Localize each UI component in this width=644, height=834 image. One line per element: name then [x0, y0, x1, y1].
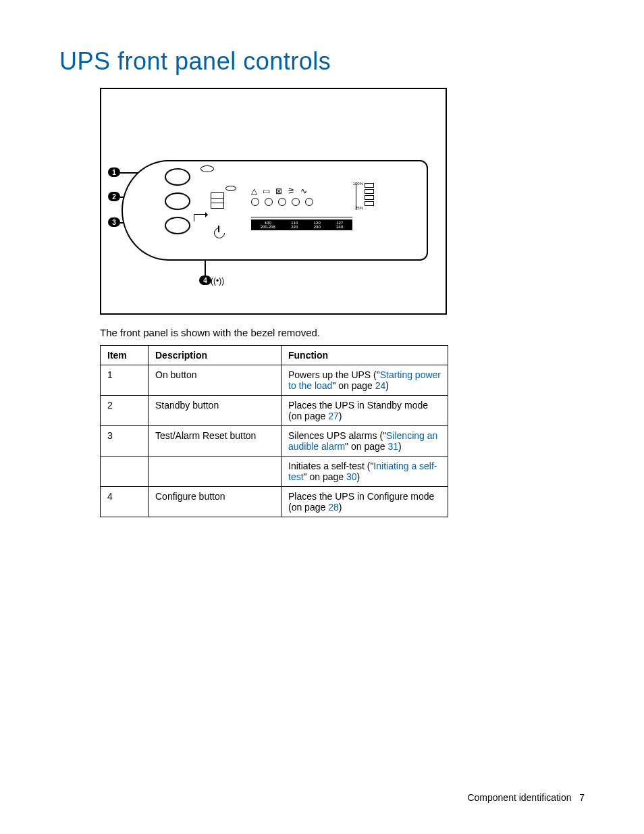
controls-table: Item Description Function 1 On button Po…: [100, 345, 448, 517]
table-row: 1 On button Powers up the UPS ("Starting…: [101, 365, 448, 396]
arrow-icon: [194, 214, 207, 221]
alarm-icon: ((•)): [211, 276, 224, 286]
link-page-30[interactable]: 30: [346, 471, 357, 482]
overload-icon: ⚞: [288, 187, 295, 195]
table-row: 4 Configure button Places the UPS in Con…: [101, 487, 448, 517]
th-description: Description: [149, 346, 281, 365]
cell-item: 1: [101, 365, 149, 396]
battery-icon: ▭: [263, 187, 270, 195]
cell-item: 2: [101, 396, 149, 426]
cell-description: Test/Alarm Reset button: [149, 426, 281, 457]
power-icon: [212, 226, 225, 238]
cell-description: [149, 457, 281, 487]
test-button-icon: ((•)): [165, 217, 190, 234]
status-led-icon: [292, 198, 300, 206]
link-page-28[interactable]: 28: [328, 502, 339, 513]
figure-caption: The front panel is shown with the bezel …: [100, 327, 585, 338]
callout-1-badge: 1: [108, 167, 120, 177]
led2-icon: [225, 186, 236, 191]
sine-icon: ∿: [300, 187, 307, 195]
callout-2-badge: 2: [108, 192, 120, 201]
status-led-icon: [305, 198, 313, 206]
cell-description: On button: [149, 365, 281, 396]
cell-function: Powers up the UPS ("Starting power to th…: [281, 365, 448, 396]
warning-icon: △: [251, 187, 257, 195]
callout-3-badge: 3: [108, 217, 120, 227]
load-25-label: 25%: [355, 206, 363, 210]
voltage-selector: 100200-208 110220 120230 127240 ⏚: [251, 219, 352, 230]
cell-function: Silences UPS alarms ("Silencing an audib…: [281, 426, 448, 457]
th-item: Item: [101, 346, 149, 365]
callout-4-badge: 4: [199, 276, 211, 285]
page-footer: Component identification 7: [467, 792, 585, 803]
device-outline: ((•)) △ ▭ ⊠ ⚞ ∿: [122, 160, 428, 261]
load-100-label: 100%: [353, 182, 363, 186]
lcd-panel: △ ▭ ⊠ ⚞ ∿ 100%: [251, 187, 373, 211]
led-icon: [200, 165, 214, 172]
on-button-icon: [165, 168, 190, 186]
footer-section: Component identification: [467, 792, 571, 803]
cell-item: 3: [101, 426, 149, 457]
link-page-31[interactable]: 31: [387, 441, 398, 452]
table-row: Initiates a self-test ("Initiating a sel…: [101, 457, 448, 487]
cell-function: Initiates a self-test ("Initiating a sel…: [281, 457, 448, 487]
th-function: Function: [281, 346, 448, 365]
footer-page: 7: [579, 792, 585, 803]
link-page-27[interactable]: 27: [328, 411, 339, 421]
ground-icon: ⏚: [454, 280, 457, 286]
cell-function: Places the UPS in Standby mode (on page …: [281, 396, 448, 426]
status-led-icon: [251, 198, 259, 206]
table-row: 3 Test/Alarm Reset button Silences UPS a…: [101, 426, 448, 457]
table-row: 2 Standby button Places the UPS in Stand…: [101, 396, 448, 426]
cell-item: [101, 457, 149, 487]
cell-function: Places the UPS in Configure mode (on pag…: [281, 487, 448, 517]
status-led-icon: [265, 198, 273, 206]
page-title: UPS front panel controls: [59, 47, 585, 76]
standby-button-icon: [165, 192, 190, 210]
status-led-icon: [278, 198, 286, 206]
battery-fault-icon: ⊠: [275, 187, 282, 195]
front-panel-diagram: 1 2 3 4 ((•)): [100, 88, 447, 315]
load-bar-icon: [365, 183, 374, 207]
segment-icon: [211, 192, 224, 209]
cell-description: Configure button: [149, 487, 281, 517]
link-page-24[interactable]: 24: [375, 380, 386, 391]
cell-item: 4: [101, 487, 149, 517]
cell-description: Standby button: [149, 396, 281, 426]
